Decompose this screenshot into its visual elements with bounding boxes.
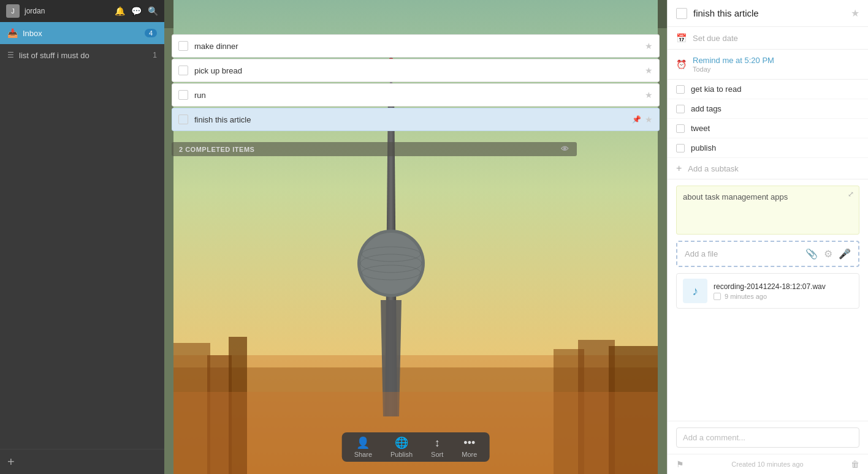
expand-icon[interactable]: ⤢ (848, 190, 854, 198)
task-item[interactable]: run ★ (172, 83, 660, 107)
due-date-label: Set due date (693, 34, 738, 43)
inbox-icon: 📥 (7, 28, 18, 38)
subtask-item[interactable]: get kia to read (668, 80, 868, 99)
chat-icon[interactable]: 💬 (131, 6, 142, 16)
flag-icon[interactable]: ⚑ (676, 459, 684, 469)
subtask-checkbox[interactable] (676, 124, 685, 133)
subtask-checkbox[interactable] (676, 85, 685, 94)
sidebar-item-list[interactable]: ☰ list of stuff i must do 1 (0, 44, 164, 66)
file-placeholder-label: Add a file (685, 249, 805, 258)
task-checkbox[interactable] (178, 90, 188, 100)
file-action-icons: 📎 ⚙ 🎤 (805, 248, 851, 260)
sort-label: Sort (431, 451, 443, 458)
rp-comment-area (668, 421, 868, 454)
task-star-icon[interactable]: ★ (645, 115, 653, 124)
subtask-label: tweet (691, 124, 710, 133)
inbox-label: Inbox (23, 29, 145, 38)
share-button[interactable]: 👤 Share (354, 436, 372, 458)
reminder-info: Remind me at 5:20 PM Today (693, 56, 774, 73)
notification-icon[interactable]: 🔔 (115, 6, 125, 16)
attachment-name: recording-20141224-18:12:07.wav (714, 282, 853, 291)
list-label: list of stuff i must do (19, 51, 153, 60)
add-subtask-row[interactable]: + Add a subtask (668, 158, 868, 179)
rp-due-date[interactable]: 📅 Set due date (668, 27, 868, 50)
task-checkbox[interactable] (178, 66, 188, 75)
search-icon[interactable]: 🔍 (148, 6, 158, 16)
calendar-icon: 📅 (676, 33, 687, 43)
more-icon: ••• (463, 437, 475, 450)
trash-icon[interactable]: 🗑 (851, 459, 859, 469)
inbox-count: 4 (145, 29, 157, 37)
sidebar-header: J jordan 🔔 💬 🔍 (0, 0, 164, 22)
main-content: 📍 make dinner ★ pick up bread ★ run ★ fi… (164, 0, 667, 474)
add-file-area[interactable]: Add a file 📎 ⚙ 🎤 (676, 241, 859, 267)
sort-button[interactable]: ↕️ Sort (431, 437, 443, 458)
completed-bar[interactable]: 2 COMPLETED ITEMS 👁 (172, 142, 577, 156)
rp-notes[interactable]: about task management apps ⤢ (676, 186, 859, 235)
microphone-icon[interactable]: 🎤 (839, 248, 851, 260)
att-checkbox[interactable] (714, 293, 721, 300)
rp-attachment: ♪ recording-20141224-18:12:07.wav 9 minu… (676, 273, 859, 309)
task-label: run (194, 91, 641, 100)
task-label: finish this article (194, 115, 630, 124)
username-label: jordan (25, 7, 110, 15)
rp-reminder[interactable]: ⏰ Remind me at 5:20 PM Today (668, 50, 868, 80)
task-pin-icon: 📌 (632, 115, 641, 124)
settings-icon[interactable]: ⚙ (824, 248, 832, 260)
list-count: 1 (153, 51, 157, 59)
subtask-item[interactable]: add tags (668, 99, 868, 119)
rp-subtasks: get kia to read add tags tweet publish +… (668, 80, 868, 179)
comment-input[interactable] (676, 427, 859, 448)
task-star-icon[interactable]: ★ (645, 66, 653, 75)
rp-task-checkbox[interactable] (676, 8, 687, 19)
subtask-item[interactable]: tweet (668, 119, 868, 138)
rp-header: finish this article ★ (668, 0, 868, 27)
task-item[interactable]: pick up bread ★ (172, 59, 660, 82)
avatar: J (6, 4, 20, 18)
eye-icon[interactable]: 👁 (561, 145, 569, 154)
sidebar-footer: + (0, 449, 164, 474)
attachment-info: recording-20141224-18:12:07.wav 9 minute… (714, 282, 853, 300)
add-subtask-label: Add a subtask (688, 164, 738, 173)
task-star-icon[interactable]: ★ (645, 90, 653, 100)
publish-icon: 🌐 (395, 436, 408, 450)
publish-label: Publish (390, 451, 413, 458)
publish-button[interactable]: 🌐 Publish (390, 436, 413, 458)
task-checkbox[interactable] (178, 41, 188, 51)
add-list-button[interactable]: + (7, 455, 15, 468)
completed-label: 2 COMPLETED ITEMS (179, 146, 254, 153)
clock-icon: ⏰ (676, 59, 687, 69)
task-label: pick up bread (194, 66, 641, 75)
attachment-time: 9 minutes ago (725, 293, 767, 300)
subtask-checkbox[interactable] (676, 144, 685, 152)
share-icon: 👤 (356, 436, 370, 450)
header-icons: 🔔 💬 🔍 (115, 6, 158, 16)
toolbar: 👤 Share 🌐 Publish ↕️ Sort ••• More (342, 432, 490, 462)
sort-icon: ↕️ (435, 437, 440, 450)
sidebar-item-inbox[interactable]: 📥 Inbox 4 (0, 22, 164, 44)
sidebar: J jordan 🔔 💬 🔍 📥 Inbox 4 ☰ list of stuff… (0, 0, 164, 474)
list-icon: ☰ (7, 51, 14, 59)
task-checkbox[interactable] (178, 115, 188, 124)
task-item-selected[interactable]: finish this article 📌 ★ (172, 108, 660, 131)
task-star-icon[interactable]: ★ (645, 41, 653, 51)
subtask-checkbox[interactable] (676, 105, 685, 113)
subtask-label: publish (691, 143, 716, 152)
audio-file-icon: ♪ (683, 279, 707, 303)
subtask-item[interactable]: publish (668, 138, 868, 158)
reminder-sub: Today (693, 66, 774, 73)
task-label: make dinner (194, 42, 641, 51)
created-label: Created 10 minutes ago (684, 461, 851, 468)
more-label: More (462, 451, 477, 458)
rp-star-icon[interactable]: ★ (851, 7, 859, 19)
svg-point-11 (360, 233, 422, 294)
subtask-label: get kia to read (691, 85, 741, 94)
rp-title: finish this article (693, 8, 845, 18)
attachment-meta: 9 minutes ago (714, 293, 853, 300)
rp-footer: ⚑ Created 10 minutes ago 🗑 (668, 454, 868, 474)
plus-icon: + (676, 163, 682, 174)
subtask-label: add tags (691, 104, 721, 113)
more-button[interactable]: ••• More (462, 437, 477, 458)
task-item[interactable]: make dinner ★ (172, 34, 660, 58)
paperclip-icon[interactable]: 📎 (805, 248, 818, 260)
